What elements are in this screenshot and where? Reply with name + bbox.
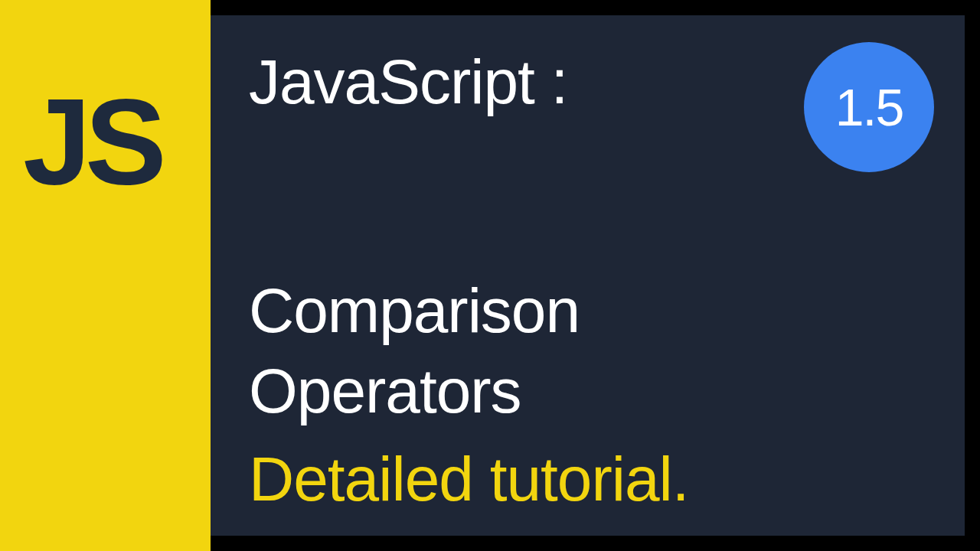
content-panel: JavaScript : 1.5 Comparison Operators De… xyxy=(211,15,965,536)
version-badge: 1.5 xyxy=(804,42,934,172)
js-logo: JS xyxy=(23,80,161,203)
title-row: JavaScript : 1.5 xyxy=(249,46,926,118)
js-logo-text: JS xyxy=(23,73,161,210)
body-content: Comparison Operators Detailed tutorial. xyxy=(249,271,926,520)
slide-container: JS JavaScript : 1.5 Comparison Operators… xyxy=(0,0,980,551)
version-number: 1.5 xyxy=(835,77,903,137)
topic-line-2: Operators xyxy=(249,351,926,432)
topic-line-1: Comparison xyxy=(249,271,926,351)
yellow-sidebar: JS xyxy=(0,0,211,551)
subtitle-line: Detailed tutorial. xyxy=(249,439,926,520)
